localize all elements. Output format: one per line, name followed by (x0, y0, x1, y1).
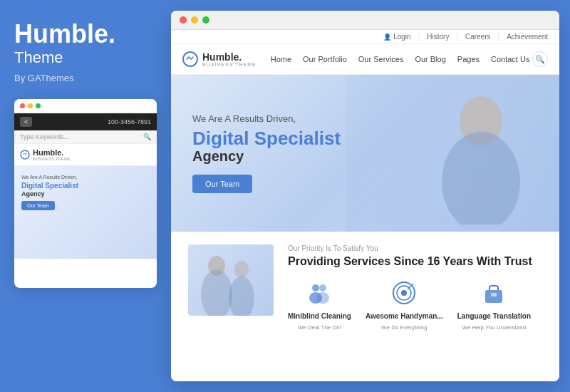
logo-tagline: BUSINESS THEME (202, 62, 256, 67)
mini-hero: We Are A Results Driven, Digital Special… (14, 166, 157, 259)
mini-search-icon: 🔍 (143, 133, 151, 140)
nav-search-button[interactable]: 🔍 (532, 51, 548, 67)
nav-blog[interactable]: Our Blog (415, 55, 445, 63)
svg-point-8 (312, 284, 319, 292)
service-item-3: Language Translation We Help You Underst… (457, 278, 531, 331)
mini-search-input[interactable]: Type Keywords... (20, 133, 143, 140)
mini-logo-text: Humble. (33, 148, 71, 157)
util-sep2: | (456, 33, 458, 41)
mini-share-btn[interactable]: < (20, 117, 32, 127)
service-icon-bag (479, 278, 509, 308)
service-label-1: Miniblind Cleaning (288, 312, 351, 320)
service-sub-2: We Do Everything (381, 324, 427, 331)
nav-portfolio[interactable]: Our Portfolio (303, 55, 347, 63)
dot-yellow (191, 16, 198, 24)
bag-icon (480, 279, 508, 307)
svg-point-9 (319, 284, 326, 292)
mini-search-bar: Type Keywords... 🔍 (14, 130, 157, 144)
logo-name: Humble. (202, 52, 256, 62)
utility-bar: 👤 Login | History | Careers | Achievemen… (171, 30, 559, 44)
nav-items: Home Our Portfolio Our Services Our Blog… (271, 55, 532, 63)
svg-point-7 (229, 277, 254, 316)
service-label-3: Language Translation (457, 312, 531, 320)
site-logo: Humble. BUSINESS THEME (182, 51, 256, 67)
services-priority: Our Priority Is To Satisfy You (288, 244, 542, 252)
brand-name-text: Humble (14, 19, 108, 48)
mini-logo-bar: Humble. BUSINESS THEME (14, 144, 157, 166)
svg-point-14 (401, 290, 407, 296)
hero-image (346, 75, 559, 232)
careers-label: Careers (465, 33, 491, 41)
target-icon (390, 279, 418, 307)
mini-top-bar: < 100-3456-7891 (14, 113, 157, 130)
service-icon-target (389, 278, 419, 308)
left-panel: Humble. Theme By GAThemes < 100-3456-789… (0, 0, 171, 392)
person-illustration (403, 82, 545, 225)
hero-section: We Are A Results Driven, Digital Special… (171, 75, 559, 232)
svg-point-5 (201, 269, 232, 316)
mini-logo-tagline: BUSINESS THEME (33, 157, 71, 161)
nav-pages[interactable]: Pages (457, 55, 480, 63)
brand-dot: . (108, 19, 115, 48)
site-content: 👤 Login | History | Careers | Achievemen… (171, 30, 559, 381)
svg-point-3 (442, 132, 520, 225)
mini-preview-card: < 100-3456-7891 Type Keywords... 🔍 Humbl… (14, 99, 157, 288)
svg-point-0 (21, 150, 29, 159)
brand-subtitle: Theme (14, 48, 157, 67)
svg-point-6 (234, 261, 249, 278)
mini-dot-red (20, 103, 25, 108)
brand-name: Humble. (14, 21, 157, 47)
main-nav: Humble. BUSINESS THEME Home Our Portfoli… (171, 44, 559, 75)
hero-content: We Are A Results Driven, Digital Special… (171, 99, 362, 208)
nav-home[interactable]: Home (271, 55, 291, 63)
dot-red (180, 16, 187, 24)
site-logo-icon (182, 51, 198, 67)
services-image (188, 244, 274, 316)
dot-green (202, 16, 209, 24)
service-item-2: Awesome Handyman... We Do Everything (366, 278, 443, 331)
login-icon: 👤 (383, 33, 391, 41)
mini-hero-subtitle: We Are A Results Driven, (21, 175, 150, 180)
services-people-illustration (188, 244, 274, 316)
mini-hero-title: Digital Specialist (21, 182, 150, 190)
service-icon-people (304, 278, 334, 308)
history-label: History (427, 33, 449, 41)
service-sub-3: We Help You Understand (462, 324, 526, 331)
mini-logo-icon (20, 150, 30, 160)
utility-achievement[interactable]: Achievement (507, 33, 548, 41)
logo-text-wrap: Humble. BUSINESS THEME (202, 52, 256, 67)
util-sep1: | (418, 33, 420, 41)
service-sub-1: We Deal The Dirt (298, 324, 341, 331)
svg-line-16 (411, 284, 413, 286)
svg-rect-18 (491, 293, 497, 296)
browser-window: 👤 Login | History | Careers | Achievemen… (171, 11, 559, 381)
hero-cta-button[interactable]: Our Team (192, 175, 252, 193)
services-text-col: Our Priority Is To Satisfy You Providing… (288, 244, 542, 331)
mini-phone: 100-3456-7891 (108, 118, 151, 125)
login-label: Login (393, 33, 410, 41)
nav-contact[interactable]: Contact Us (491, 55, 529, 63)
brand-author: By GAThemes (14, 73, 157, 83)
mini-hero-btn[interactable]: Our Team (21, 201, 55, 210)
utility-careers[interactable]: Careers (465, 33, 491, 41)
browser-chrome-bar (171, 11, 559, 30)
achievement-label: Achievement (507, 33, 548, 41)
hero-title2: Agency (192, 148, 341, 165)
utility-login[interactable]: 👤 Login (383, 33, 410, 41)
service-label-2: Awesome Handyman... (366, 312, 443, 320)
services-grid: Miniblind Cleaning We Deal The Dirt (288, 278, 542, 331)
hero-small-text: We Are A Results Driven, (192, 113, 341, 124)
mini-browser-bar (14, 99, 157, 113)
hero-big-title: Digital Specialist (192, 128, 341, 149)
services-section: Our Priority Is To Satisfy You Providing… (171, 232, 559, 381)
service-item-1: Miniblind Cleaning We Deal The Dirt (288, 278, 351, 331)
services-with-image: Our Priority Is To Satisfy You Providing… (188, 244, 542, 331)
nav-services[interactable]: Our Services (358, 55, 404, 63)
brand-title: Humble. Theme By GAThemes (14, 21, 157, 83)
svg-point-11 (316, 292, 329, 304)
mini-hero-title2: Agency (21, 190, 150, 197)
utility-history[interactable]: History (427, 33, 449, 41)
mini-dot-green (36, 103, 41, 108)
util-sep3: | (498, 33, 500, 41)
people-icon (305, 279, 333, 307)
